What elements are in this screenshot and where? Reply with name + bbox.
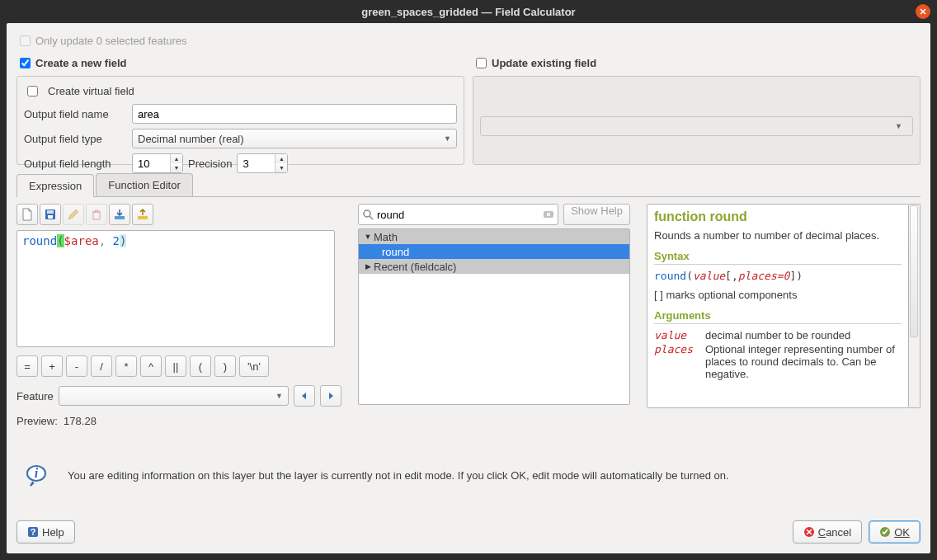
chevron-down-icon: ▼ <box>895 122 902 130</box>
feature-dropdown[interactable]: ▼ <box>59 386 289 406</box>
info-row: i You are editing information on this la… <box>16 462 921 488</box>
expression-editor[interactable]: round($area, 2) <box>16 230 335 347</box>
pencil-icon <box>67 208 80 221</box>
window-title: green_spaces_gridded — Field Calculator <box>361 6 575 18</box>
triangle-right-icon <box>327 392 335 400</box>
clear-search-icon[interactable] <box>543 209 554 220</box>
output-field-name-label: Output field name <box>24 108 127 120</box>
edit-expression-button[interactable] <box>63 204 84 225</box>
close-button[interactable] <box>916 4 930 19</box>
help-title: function round <box>654 209 902 224</box>
import-expression-button[interactable] <box>109 204 130 225</box>
help-button[interactable]: ? Help <box>16 520 75 544</box>
spin-down-icon[interactable]: ▼ <box>171 163 182 172</box>
spin-down-icon[interactable]: ▼ <box>275 163 287 172</box>
triangle-left-icon <box>300 392 308 400</box>
update-existing-field-checkbox[interactable] <box>476 58 487 68</box>
help-syntax: round(value[,places=0]) <box>654 270 902 282</box>
svg-text:?: ? <box>31 527 36 537</box>
op-rparen-button[interactable]: ) <box>214 355 236 377</box>
precision-spin[interactable]: ▲▼ <box>237 153 288 173</box>
help-description: Rounds a number to number of decimal pla… <box>654 229 902 242</box>
only-update-selected-checkbox <box>20 35 31 46</box>
spin-up-icon[interactable]: ▲ <box>171 154 182 163</box>
output-field-length-label: Output field length <box>24 158 127 170</box>
precision-label: Precision <box>188 158 232 170</box>
function-tree[interactable]: ▼ Math round ▶ Recent (fieldcalc) <box>358 228 630 405</box>
help-arg-row: value decimal number to be rounded <box>654 329 902 341</box>
create-virtual-field-checkbox[interactable] <box>27 86 38 96</box>
titlebar: green_spaces_gridded — Field Calculator <box>0 0 937 23</box>
svg-rect-2 <box>48 215 53 219</box>
ok-button[interactable]: OK <box>869 520 921 544</box>
create-new-field-label: Create a new field <box>35 57 127 69</box>
dialog-body: Only update 0 selected features Create a… <box>7 23 930 553</box>
file-icon <box>21 208 34 221</box>
op-minus-button[interactable]: - <box>66 355 87 377</box>
svg-rect-3 <box>93 212 100 219</box>
show-help-button[interactable]: Show Help <box>563 204 630 225</box>
preview-label: Preview: <box>16 415 58 427</box>
save-expression-button[interactable] <box>40 204 61 225</box>
search-icon <box>362 209 374 220</box>
feature-next-button[interactable] <box>320 385 341 407</box>
tabs: Expression Function Editor <box>16 173 921 197</box>
help-panel-wrap: function round Rounds a number to number… <box>647 204 921 427</box>
output-field-length-spin[interactable]: ▲▼ <box>132 153 183 173</box>
only-update-selected-label: Only update 0 selected features <box>35 35 187 47</box>
upload-icon <box>136 208 149 221</box>
tree-group-math[interactable]: ▼ Math <box>359 229 629 244</box>
chevron-down-icon: ▼ <box>362 233 374 241</box>
svg-rect-5 <box>138 216 148 219</box>
op-divide-button[interactable]: / <box>91 355 112 377</box>
help-arguments-label: Arguments <box>654 309 902 324</box>
tree-item-round[interactable]: round <box>359 244 629 259</box>
tab-function-editor[interactable]: Function Editor <box>96 173 192 196</box>
create-field-group: Create virtual field Output field name O… <box>16 76 464 165</box>
function-list-panel: Show Help ▼ Math round ▶ Recent (fieldca… <box>358 204 630 427</box>
chevron-down-icon: ▼ <box>275 392 283 400</box>
clear-expression-button[interactable] <box>86 204 107 225</box>
info-text: You are editing information on this laye… <box>68 469 729 482</box>
help-optional-note: [ ] marks optional components <box>654 289 902 301</box>
feature-prev-button[interactable] <box>294 385 315 407</box>
scrollbar-thumb[interactable] <box>910 205 918 337</box>
op-concat-button[interactable]: || <box>165 355 186 377</box>
output-field-type-dropdown[interactable]: Decimal number (real) ▼ <box>132 129 457 148</box>
svg-text:i: i <box>35 466 39 480</box>
download-icon <box>113 208 126 221</box>
save-icon <box>44 208 57 221</box>
expression-panel: round($area, 2) = + - / * ^ || ( ) '\n' … <box>16 204 341 427</box>
operator-row: = + - / * ^ || ( ) '\n' <box>16 355 341 377</box>
cancel-button[interactable]: Cancel <box>793 520 862 544</box>
help-scrollbar[interactable] <box>909 204 921 408</box>
svg-rect-1 <box>47 210 54 214</box>
create-new-field-checkbox[interactable] <box>20 58 31 68</box>
function-search-wrap <box>358 204 558 225</box>
op-power-button[interactable]: ^ <box>140 355 162 377</box>
function-search-input[interactable] <box>374 209 543 221</box>
help-syntax-label: Syntax <box>654 250 902 265</box>
op-newline-button[interactable]: '\n' <box>239 355 269 377</box>
new-expression-button[interactable] <box>16 204 38 225</box>
ok-icon <box>879 526 891 538</box>
output-field-name-input[interactable] <box>132 104 457 124</box>
export-expression-button[interactable] <box>132 204 153 225</box>
update-existing-field-label: Update existing field <box>492 57 596 69</box>
help-icon: ? <box>27 526 39 538</box>
spin-up-icon[interactable]: ▲ <box>275 154 287 163</box>
create-virtual-field-label: Create virtual field <box>48 85 134 97</box>
svg-point-6 <box>364 210 370 217</box>
op-multiply-button[interactable]: * <box>115 355 137 377</box>
preview-value: 178.28 <box>64 415 97 427</box>
cancel-icon <box>803 526 815 538</box>
tree-group-recent[interactable]: ▶ Recent (fieldcalc) <box>359 259 629 274</box>
svg-rect-4 <box>115 216 125 219</box>
op-lparen-button[interactable]: ( <box>190 355 211 377</box>
op-plus-button[interactable]: + <box>41 355 63 377</box>
op-equals-button[interactable]: = <box>16 355 38 377</box>
tab-expression[interactable]: Expression <box>16 174 94 197</box>
output-field-type-label: Output field type <box>24 133 127 145</box>
feature-label: Feature <box>16 390 54 402</box>
help-arg-row: places Optional integer representing num… <box>654 343 902 380</box>
